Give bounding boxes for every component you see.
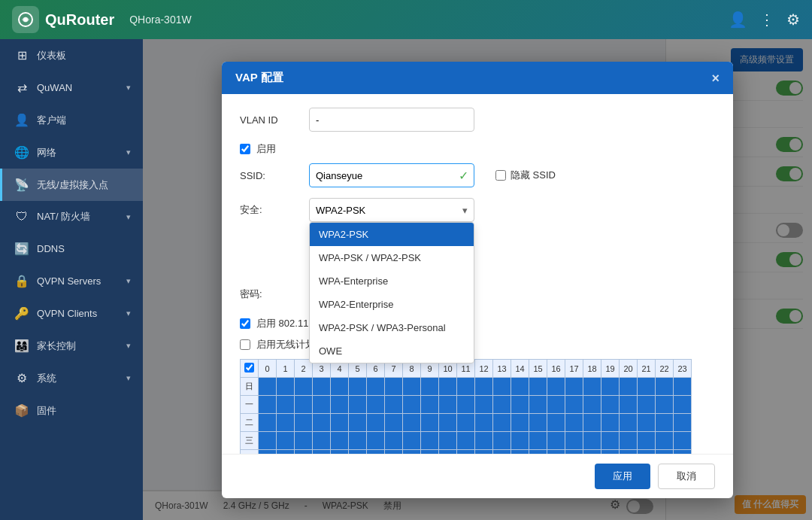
cell-1-22[interactable]: [656, 396, 674, 414]
cell-0-9[interactable]: [421, 378, 439, 396]
hidden-ssid-checkbox[interactable]: [495, 170, 506, 181]
hour-23[interactable]: 23: [674, 360, 692, 378]
cell-3-13[interactable]: [493, 432, 511, 450]
hour-21[interactable]: 21: [638, 360, 656, 378]
cell-0-2[interactable]: [295, 378, 313, 396]
cell-1-15[interactable]: [529, 396, 547, 414]
cell-2-22[interactable]: [656, 414, 674, 432]
hour-1[interactable]: 1: [277, 360, 295, 378]
cell-3-8[interactable]: [403, 432, 421, 450]
cell-1-3[interactable]: [313, 396, 331, 414]
cell-1-21[interactable]: [638, 396, 656, 414]
sidebar-item-qvpn-servers[interactable]: 🔒 QVPN Servers ▾: [0, 265, 143, 297]
sidebar-item-network[interactable]: 🌐 网络 ▾: [0, 136, 143, 169]
cell-0-5[interactable]: [349, 378, 367, 396]
cell-3-15[interactable]: [529, 432, 547, 450]
sidebar-item-qvpn-clients[interactable]: 🔑 QVPN Clients ▾: [0, 297, 143, 330]
cell-1-10[interactable]: [439, 396, 457, 414]
cell-0-12[interactable]: [475, 378, 493, 396]
cell-3-20[interactable]: [620, 432, 638, 450]
more-icon[interactable]: ⋮: [759, 11, 774, 29]
cell-2-16[interactable]: [547, 414, 565, 432]
cell-1-17[interactable]: [565, 396, 583, 414]
day-header-1[interactable]: 一: [241, 396, 259, 414]
day-header-3[interactable]: 三: [241, 432, 259, 450]
cell-2-0[interactable]: [259, 414, 277, 432]
cell-1-14[interactable]: [511, 396, 529, 414]
hour-14[interactable]: 14: [511, 360, 529, 378]
dropdown-item-wpa2psk[interactable]: WPA2-PSK: [310, 223, 474, 246]
cell-3-17[interactable]: [565, 432, 583, 450]
cell-3-6[interactable]: [367, 432, 385, 450]
cell-0-20[interactable]: [620, 378, 638, 396]
cell-1-23[interactable]: [674, 396, 692, 414]
cell-1-11[interactable]: [457, 396, 475, 414]
cell-1-6[interactable]: [367, 396, 385, 414]
hour-17[interactable]: 17: [565, 360, 583, 378]
cell-3-23[interactable]: [674, 432, 692, 450]
cell-3-22[interactable]: [656, 432, 674, 450]
security-select-display[interactable]: WPA2-PSK: [309, 198, 474, 222]
cell-2-5[interactable]: [349, 414, 367, 432]
hour-19[interactable]: 19: [601, 360, 620, 378]
cell-0-7[interactable]: [385, 378, 403, 396]
sidebar-item-nat[interactable]: 🛡 NAT/ 防火墙 ▾: [0, 201, 143, 233]
day-header-2[interactable]: 二: [241, 414, 259, 432]
sidebar-item-firmware[interactable]: 📦 固件: [0, 394, 143, 427]
cell-0-8[interactable]: [403, 378, 421, 396]
cell-1-12[interactable]: [475, 396, 493, 414]
dropdown-item-wpa2-enterprise[interactable]: WPA2-Enterprise: [310, 293, 474, 316]
cell-1-4[interactable]: [331, 396, 349, 414]
cell-0-11[interactable]: [457, 378, 475, 396]
dropdown-item-wpa-wpa2psk[interactable]: WPA-PSK / WPA2-PSK: [310, 246, 474, 269]
sidebar-item-parental[interactable]: 👨‍👩‍👧 家长控制 ▾: [0, 330, 143, 362]
cell-0-15[interactable]: [529, 378, 547, 396]
cell-3-10[interactable]: [439, 432, 457, 450]
sidebar-item-clients[interactable]: 👤 客户端: [0, 104, 143, 136]
cell-3-7[interactable]: [385, 432, 403, 450]
cell-3-5[interactable]: [349, 432, 367, 450]
cell-2-1[interactable]: [277, 414, 295, 432]
hour-0[interactable]: 0: [259, 360, 277, 378]
dropdown-item-wpa-enterprise[interactable]: WPA-Enterprise: [310, 269, 474, 293]
schedule-checkbox[interactable]: [240, 339, 250, 350]
vlan-id-select[interactable]: -: [309, 108, 474, 132]
cell-0-16[interactable]: [547, 378, 565, 396]
cell-1-8[interactable]: [403, 396, 421, 414]
sidebar-item-system[interactable]: ⚙ 系统 ▾: [0, 362, 143, 394]
apply-button[interactable]: 应用: [595, 464, 650, 489]
cell-0-4[interactable]: [331, 378, 349, 396]
person-icon[interactable]: 👤: [729, 11, 747, 29]
hour-20[interactable]: 20: [620, 360, 638, 378]
hour-12[interactable]: 12: [475, 360, 493, 378]
cell-0-0[interactable]: [259, 378, 277, 396]
cell-3-14[interactable]: [511, 432, 529, 450]
cell-3-0[interactable]: [259, 432, 277, 450]
cell-1-9[interactable]: [421, 396, 439, 414]
cell-2-13[interactable]: [493, 414, 511, 432]
cell-2-18[interactable]: [583, 414, 601, 432]
cell-0-3[interactable]: [313, 378, 331, 396]
roaming-checkbox[interactable]: [240, 318, 250, 329]
cell-3-21[interactable]: [638, 432, 656, 450]
cell-1-13[interactable]: [493, 396, 511, 414]
cell-0-13[interactable]: [493, 378, 511, 396]
cell-0-14[interactable]: [511, 378, 529, 396]
enable-checkbox[interactable]: [240, 144, 250, 154]
cell-3-12[interactable]: [475, 432, 493, 450]
cell-2-14[interactable]: [511, 414, 529, 432]
cell-3-19[interactable]: [601, 432, 620, 450]
cell-1-1[interactable]: [277, 396, 295, 414]
cell-2-3[interactable]: [313, 414, 331, 432]
day-header-0[interactable]: 日: [241, 378, 259, 396]
cell-3-11[interactable]: [457, 432, 475, 450]
cell-2-23[interactable]: [674, 414, 692, 432]
hour-16[interactable]: 16: [547, 360, 565, 378]
cell-2-8[interactable]: [403, 414, 421, 432]
hour-22[interactable]: 22: [656, 360, 674, 378]
cell-3-18[interactable]: [583, 432, 601, 450]
cell-1-18[interactable]: [583, 396, 601, 414]
cell-2-11[interactable]: [457, 414, 475, 432]
cell-0-17[interactable]: [565, 378, 583, 396]
cell-3-9[interactable]: [421, 432, 439, 450]
